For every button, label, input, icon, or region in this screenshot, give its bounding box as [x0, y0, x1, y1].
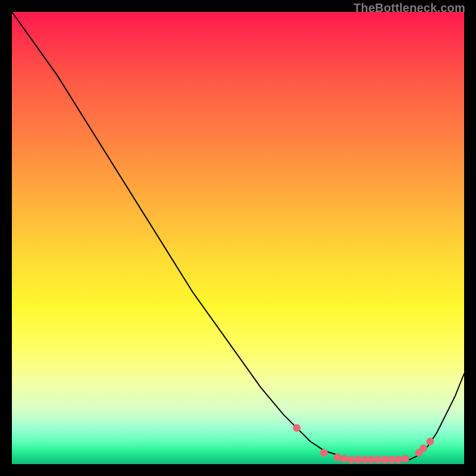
data-point — [334, 454, 341, 461]
data-point — [395, 456, 402, 463]
data-point — [320, 449, 327, 456]
data-point — [368, 456, 375, 463]
chart-svg — [12, 12, 464, 464]
data-point — [293, 424, 300, 431]
bottleneck-curve — [12, 12, 464, 459]
data-point — [427, 438, 434, 445]
data-point — [361, 456, 368, 463]
data-point — [388, 456, 395, 463]
data-point — [341, 455, 348, 462]
data-point — [402, 455, 409, 462]
data-point — [381, 456, 389, 463]
data-point — [347, 456, 355, 463]
data-point — [375, 456, 382, 463]
data-point — [354, 456, 361, 463]
data-point — [420, 444, 427, 452]
chart-frame: TheBottleneck.com — [12, 12, 464, 464]
